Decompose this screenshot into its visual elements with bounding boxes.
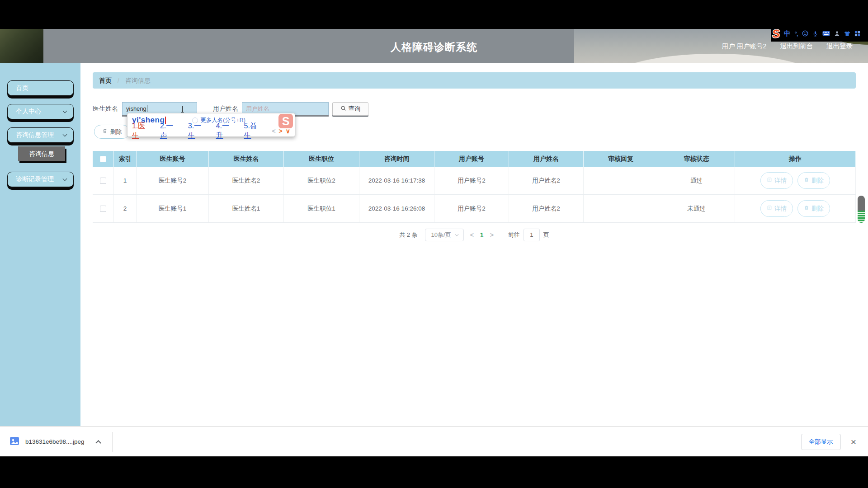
detail-button-label: 详情 xyxy=(774,205,787,213)
cell-doctor-account: 医生账号1 xyxy=(137,195,209,222)
chevron-down-icon xyxy=(63,109,67,113)
cell-doctor-name: 医生姓名1 xyxy=(209,195,284,222)
col-index: 索引 xyxy=(114,151,137,167)
delete-button-label: 删除 xyxy=(110,128,122,136)
downloaded-file-chip[interactable]: b13631e6be98....jpeg xyxy=(25,438,85,445)
sogou-watermark-icon: S xyxy=(278,114,293,128)
consult-info-table: 索引 医生账号 医生姓名 医生职位 咨询时间 用户账号 用户姓名 审核回复 审核… xyxy=(93,151,856,223)
sidebar-item-label: 咨询信息管理 xyxy=(16,131,54,138)
ime-candidate-1[interactable]: 1.医生 xyxy=(132,122,151,141)
cell-user-name: 用户姓名2 xyxy=(509,167,584,194)
search-button-label: 查询 xyxy=(349,105,361,113)
trash-icon xyxy=(804,177,809,184)
delete-button-label: 删除 xyxy=(811,177,824,185)
ime-candidate-3[interactable]: 3.一生 xyxy=(188,122,207,141)
breadcrumb: 首页 / 咨询信息 xyxy=(93,72,856,89)
trash-icon xyxy=(102,128,108,135)
col-doctor-name: 医生姓名 xyxy=(209,151,284,167)
delete-button-label: 删除 xyxy=(811,205,824,213)
next-page-button[interactable]: > xyxy=(490,231,494,239)
cell-index: 2 xyxy=(114,195,137,222)
toolbox-icon[interactable] xyxy=(854,31,860,37)
download-bar: b13631e6be98....jpeg 全部显示 × xyxy=(0,426,868,456)
col-user-name: 用户姓名 xyxy=(509,151,584,167)
search-button[interactable]: 查询 xyxy=(332,102,368,116)
chinese-mode-icon[interactable]: 中 xyxy=(784,29,791,38)
exit-to-front-link[interactable]: 退出到前台 xyxy=(780,42,813,51)
screen: 人格障碍诊断系统 用户 用户账号2 退出到前台 退出登录 S 中 °, xyxy=(0,0,868,488)
punctuation-icon[interactable]: °, xyxy=(795,30,798,37)
sidebar-item-diagnosis-record-mgmt[interactable]: 诊断记录管理 xyxy=(7,172,74,187)
sidebar-item-label: 诊断记录管理 xyxy=(16,175,54,183)
ime-candidate-2[interactable]: 2.一声 xyxy=(160,122,179,141)
table-row: 1 医生账号2 医生姓名2 医生职位2 2022-03-16 16:17:38 … xyxy=(93,167,856,195)
cell-doctor-title: 医生职位2 xyxy=(284,167,359,194)
ime-toolbar[interactable]: S 中 °, xyxy=(771,25,868,42)
sidebar-subitem-consult-info[interactable]: 咨询信息 xyxy=(18,146,65,161)
sidebar-item-personal-center[interactable]: 个人中心 xyxy=(7,104,74,119)
col-review-reply: 审核回复 xyxy=(584,151,658,167)
col-consult-time: 咨询时间 xyxy=(359,151,434,167)
sidebar-item-consult-info-mgmt[interactable]: 咨询信息管理 xyxy=(7,127,74,143)
table-row: 2 医生账号1 医生姓名1 医生职位1 2022-03-16 16:26:08 … xyxy=(93,195,856,223)
detail-button-label: 详情 xyxy=(774,177,787,185)
ime-expand-icon[interactable]: ∨ xyxy=(286,127,290,135)
scrollbar-thumb[interactable] xyxy=(858,196,865,223)
cell-consult-time: 2022-03-16 16:17:38 xyxy=(359,167,434,194)
col-actions: 操作 xyxy=(735,151,856,167)
detail-button[interactable]: 详情 xyxy=(760,200,793,217)
cell-review-status: 通过 xyxy=(658,167,735,194)
skin-icon[interactable] xyxy=(844,31,850,37)
doctor-name-value: yisheng xyxy=(126,105,146,112)
chevron-down-icon xyxy=(63,177,67,181)
top-black-bar xyxy=(0,0,868,29)
sidebar-item-home[interactable]: 首页 xyxy=(7,80,74,96)
row-checkbox[interactable] xyxy=(100,206,106,212)
sidebar: 首页 个人中心 咨询信息管理 咨询信息 诊断记录管理 xyxy=(0,63,80,426)
logout-link[interactable]: 退出登录 xyxy=(826,42,853,51)
select-all-checkbox[interactable] xyxy=(100,156,106,162)
user-account-icon[interactable] xyxy=(834,31,840,37)
app-header: 人格障碍诊断系统 用户 用户账号2 退出到前台 退出登录 xyxy=(0,29,868,63)
ime-prev-page-icon[interactable]: < xyxy=(272,127,275,135)
goto-page-input[interactable]: 1 xyxy=(524,229,540,241)
pagination: 共 2 条 10条/页 < 1 > 前往 1 页 xyxy=(93,228,856,242)
cell-review-status: 未通过 xyxy=(658,195,735,222)
breadcrumb-current: 咨询信息 xyxy=(125,77,151,84)
chevron-down-icon xyxy=(455,232,458,236)
current-user-label: 用户 用户账号2 xyxy=(722,42,766,51)
emoji-icon[interactable] xyxy=(802,30,808,37)
divider xyxy=(112,432,113,452)
sogou-logo-icon[interactable]: S xyxy=(772,28,780,39)
bottom-black-bar xyxy=(0,456,868,488)
show-all-downloads-button[interactable]: 全部显示 xyxy=(801,434,841,450)
cell-user-name: 用户姓名2 xyxy=(509,195,584,222)
ime-candidate-5[interactable]: 5.益生 xyxy=(244,122,263,141)
row-checkbox[interactable] xyxy=(100,178,106,184)
col-doctor-title: 医生职位 xyxy=(284,151,359,167)
cell-consult-time: 2022-03-16 16:26:08 xyxy=(359,195,434,222)
current-page-button[interactable]: 1 xyxy=(480,231,484,239)
ime-candidate-4[interactable]: 4.一升 xyxy=(216,122,235,141)
sidebar-item-label: 个人中心 xyxy=(16,108,41,115)
prev-page-button[interactable]: < xyxy=(470,231,474,239)
ime-next-page-icon[interactable]: > xyxy=(279,127,283,135)
user-name-placeholder: 用户姓名 xyxy=(246,105,269,112)
row-delete-button[interactable]: 删除 xyxy=(797,172,830,189)
cell-index: 1 xyxy=(114,167,137,194)
close-download-bar-icon[interactable]: × xyxy=(851,437,856,446)
keyboard-icon[interactable] xyxy=(822,31,830,36)
page-size-select[interactable]: 10条/页 xyxy=(425,229,464,241)
microphone-icon[interactable] xyxy=(812,31,818,37)
goto-label: 前往 xyxy=(508,231,520,239)
detail-button[interactable]: 详情 xyxy=(760,172,793,189)
row-delete-button[interactable]: 删除 xyxy=(797,200,830,217)
breadcrumb-separator: / xyxy=(118,77,119,84)
sidebar-subitem-label: 咨询信息 xyxy=(29,150,54,157)
cell-doctor-account: 医生账号2 xyxy=(137,167,209,194)
breadcrumb-home[interactable]: 首页 xyxy=(99,77,112,84)
document-icon xyxy=(767,205,772,212)
jpeg-file-icon xyxy=(9,436,20,448)
batch-delete-button[interactable]: 删除 xyxy=(94,125,130,139)
chevron-up-icon[interactable] xyxy=(95,440,101,446)
